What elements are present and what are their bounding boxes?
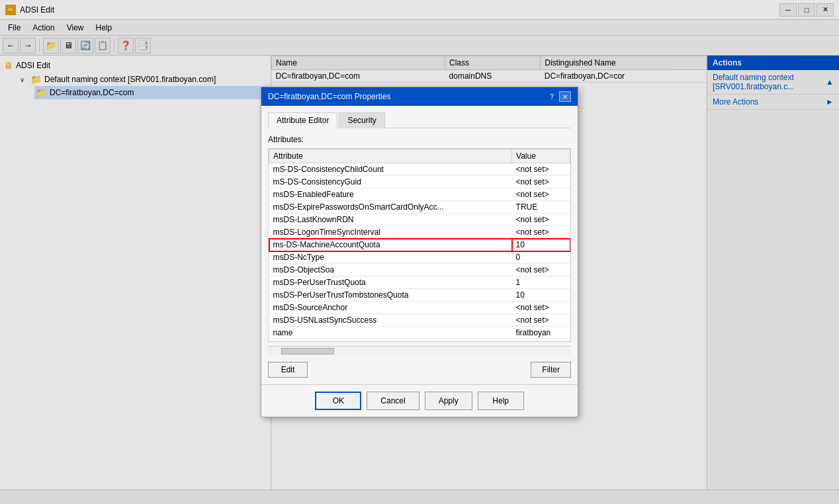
attribute-row[interactable]: mS-DS-ConsistencyChildCount<not set>	[269, 163, 570, 176]
ok-button[interactable]: OK	[315, 392, 361, 410]
attribute-value-cell: <not set>	[512, 314, 570, 327]
attribute-row[interactable]: namefiratboyan	[269, 327, 570, 339]
cancel-button[interactable]: Cancel	[367, 392, 419, 410]
attribute-row[interactable]: msDS-EnabledFeature<not set>	[269, 189, 570, 201]
attribute-value-cell: firatboyan	[512, 327, 570, 339]
h-scroll-thumb[interactable]	[281, 348, 334, 355]
modal-help-icon[interactable]: ?	[547, 91, 557, 102]
modal-overlay: DC=firatboyan,DC=com Properties ? ✕ Attr…	[0, 0, 839, 504]
attribute-value-cell: 0	[512, 251, 570, 264]
attribute-row[interactable]: msDS-PerUserTrustQuota1	[269, 276, 570, 289]
modal-title-controls: ? ✕	[547, 91, 571, 102]
attribute-name-cell: mS-DS-ConsistencyChildCount	[269, 163, 512, 176]
attribute-value-cell: 10	[512, 289, 570, 302]
modal-title-bar: DC=firatboyan,DC=com Properties ? ✕	[261, 87, 578, 106]
horizontal-scrollbar[interactable]	[268, 346, 571, 355]
attribute-row[interactable]: ms-DS-MachineAccountQuota10	[269, 239, 570, 251]
attribute-name-cell: msDS-SourceAnchor	[269, 302, 512, 314]
modal-body: Attribute Editor Security Attributes: At…	[261, 106, 578, 384]
attribute-value-cell: <not set>	[512, 189, 570, 201]
attribute-value-cell: 1	[512, 276, 570, 289]
attribute-value-cell: <not set>	[512, 226, 570, 239]
attribute-row[interactable]: msDS-USNLastSyncSuccess<not set>	[269, 314, 570, 327]
help-button-bottom[interactable]: Help	[478, 392, 524, 410]
attribute-name-cell: name	[269, 327, 512, 339]
apply-button[interactable]: Apply	[425, 392, 472, 410]
attribute-row[interactable]: msDS-PerUserTrustTombstonesQuota10	[269, 289, 570, 302]
attribute-row[interactable]: msDS-ExpirePasswordsOnSmartCardOnlyAcc..…	[269, 201, 570, 214]
attribute-row[interactable]: mS-DS-ConsistencyGuid<not set>	[269, 176, 570, 189]
attribute-name-cell: msDS-ObjectSoa	[269, 264, 512, 276]
attributes-label: Attributes:	[268, 135, 571, 144]
attribute-name-cell: msDS-USNLastSyncSuccess	[269, 314, 512, 327]
attributes-table-container[interactable]: Attribute Value mS-DS-ConsistencyChildCo…	[268, 148, 571, 342]
attribute-name-cell: msDS-LastKnownRDN	[269, 214, 512, 226]
attributes-table: Attribute Value mS-DS-ConsistencyChildCo…	[269, 149, 570, 339]
attribute-row[interactable]: msDS-LogonTimeSyncInterval<not set>	[269, 226, 570, 239]
attribute-name-cell: msDS-EnabledFeature	[269, 189, 512, 201]
attribute-row[interactable]: msDS-ObjectSoa<not set>	[269, 264, 570, 276]
tab-security[interactable]: Security	[339, 112, 384, 128]
attr-col-value: Value	[512, 149, 570, 163]
attribute-name-cell: msDS-LogonTimeSyncInterval	[269, 226, 512, 239]
attribute-name-cell: mS-DS-ConsistencyGuid	[269, 176, 512, 189]
attribute-value-cell: <not set>	[512, 214, 570, 226]
filter-button[interactable]: Filter	[531, 362, 571, 378]
attribute-value-cell: <not set>	[512, 302, 570, 314]
attribute-name-cell: msDS-PerUserTrustTombstonesQuota	[269, 289, 512, 302]
attribute-value-cell: <not set>	[512, 264, 570, 276]
tab-attribute-editor[interactable]: Attribute Editor	[268, 112, 337, 128]
attribute-row[interactable]: msDS-SourceAnchor<not set>	[269, 302, 570, 314]
modal-bottom-row: OK Cancel Apply Help	[261, 384, 578, 417]
attribute-name-cell: ms-DS-MachineAccountQuota	[269, 239, 512, 251]
attribute-value-cell: TRUE	[512, 201, 570, 214]
attr-col-attribute: Attribute	[269, 149, 512, 163]
attribute-value-cell: 10	[512, 239, 570, 251]
attribute-value-cell: <not set>	[512, 176, 570, 189]
attribute-row[interactable]: msDS-NcType0	[269, 251, 570, 264]
attribute-name-cell: msDS-NcType	[269, 251, 512, 264]
modal-dialog: DC=firatboyan,DC=com Properties ? ✕ Attr…	[261, 87, 578, 417]
attribute-value-cell: <not set>	[512, 163, 570, 176]
modal-title: DC=firatboyan,DC=com Properties	[268, 92, 390, 101]
edit-filter-row: Edit Filter	[268, 362, 571, 378]
attribute-row[interactable]: msDS-LastKnownRDN<not set>	[269, 214, 570, 226]
modal-close-button[interactable]: ✕	[559, 91, 571, 102]
tab-bar: Attribute Editor Security	[268, 112, 571, 128]
attribute-name-cell: msDS-PerUserTrustQuota	[269, 276, 512, 289]
edit-button[interactable]: Edit	[268, 362, 308, 378]
attribute-name-cell: msDS-ExpirePasswordsOnSmartCardOnlyAcc..…	[269, 201, 512, 214]
